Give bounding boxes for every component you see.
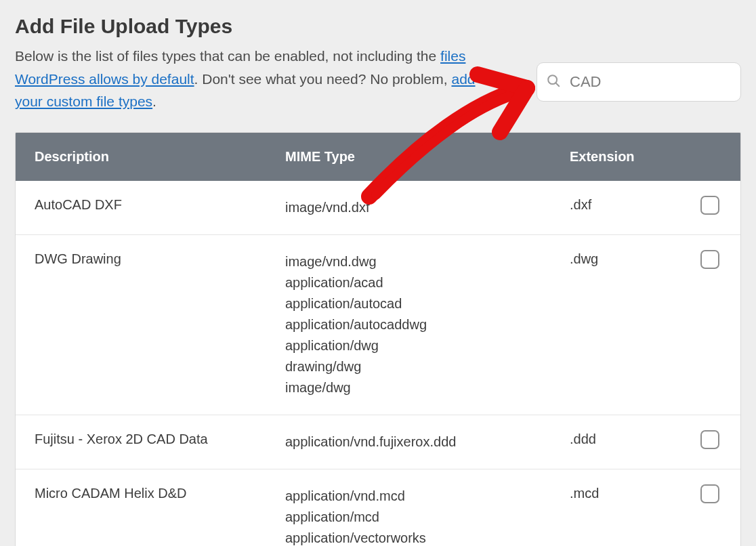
cell-extension: .mcd (551, 469, 679, 518)
search-input[interactable] (537, 62, 741, 102)
row-checkbox[interactable] (700, 196, 719, 215)
search-icon (546, 73, 561, 91)
intro-part1: Below is the list of files types that ca… (15, 48, 440, 64)
row-checkbox[interactable] (700, 430, 719, 449)
cell-description: Fujitsu - Xerox 2D CAD Data (16, 415, 266, 463)
search-field-wrap (537, 62, 741, 102)
cell-mime: image/vnd.dxf (266, 181, 551, 234)
table-header: Description MIME Type Extension (16, 133, 740, 181)
cell-description: DWG Drawing (16, 235, 266, 283)
table-row: AutoCAD DXF image/vnd.dxf .dxf (16, 181, 740, 234)
intro-part2: . Don't see what you need? No problem, (194, 71, 452, 87)
cell-extension: .dxf (551, 181, 679, 229)
table-row: Micro CADAM Helix D&D application/vnd.mc… (16, 469, 740, 546)
page-title: Add File Upload Types (15, 15, 741, 38)
cell-extension: .ddd (551, 415, 679, 463)
cell-extension: .dwg (551, 235, 679, 283)
col-header-checkbox (679, 133, 740, 181)
cell-mime: application/vnd.mcd application/mcd appl… (266, 469, 551, 546)
intro-text: Below is the list of files types that ca… (15, 45, 476, 113)
col-header-mime: MIME Type (266, 133, 551, 181)
table-row: Fujitsu - Xerox 2D CAD Data application/… (16, 415, 740, 469)
file-types-table: Description MIME Type Extension AutoCAD … (15, 132, 741, 546)
table-body: AutoCAD DXF image/vnd.dxf .dxf DWG Drawi… (16, 181, 740, 546)
row-checkbox[interactable] (700, 484, 719, 503)
col-header-description: Description (16, 133, 266, 181)
row-checkbox[interactable] (700, 250, 719, 269)
cell-mime: application/vnd.fujixerox.ddd (266, 415, 551, 469)
cell-description: AutoCAD DXF (16, 181, 266, 229)
svg-line-1 (555, 83, 559, 86)
table-row: DWG Drawing image/vnd.dwg application/ac… (16, 234, 740, 415)
col-header-extension: Extension (551, 133, 679, 181)
intro-part3: . (152, 93, 156, 109)
cell-description: Micro CADAM Helix D&D (16, 469, 266, 518)
cell-mime: image/vnd.dwg application/acad applicati… (266, 235, 551, 415)
